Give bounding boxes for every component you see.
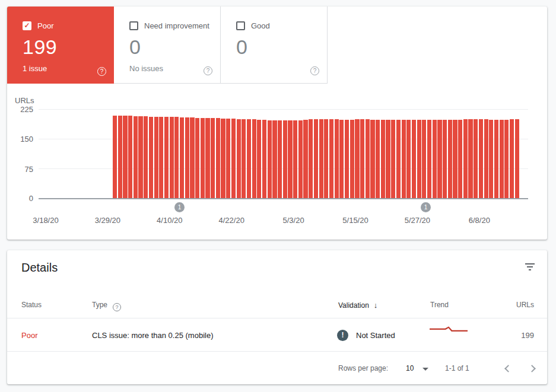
annotation-badge[interactable]: 1 — [174, 202, 185, 212]
chart-bar — [170, 117, 174, 198]
help-icon[interactable]: ? — [310, 66, 319, 75]
chart-bar — [437, 120, 441, 198]
poor-checkbox-checked-icon[interactable] — [23, 21, 31, 30]
row-url-count: 199 — [487, 331, 534, 340]
row-issue-type[interactable]: CLS issue: more than 0.25 (mobile) — [92, 331, 213, 340]
chart-bar — [360, 119, 364, 198]
chart-bar — [396, 120, 401, 198]
chart-bar — [427, 120, 431, 198]
chart-bar — [303, 120, 307, 198]
chart-bar — [335, 119, 339, 198]
good-checkbox-icon[interactable] — [236, 21, 245, 30]
help-icon[interactable]: ? — [204, 66, 212, 75]
x-tick-label: 6/8/20 — [455, 216, 504, 225]
chart-bar — [288, 120, 292, 198]
x-tick-label: 3/18/20 — [21, 216, 71, 225]
chart-bar — [448, 120, 452, 198]
chart-bar — [319, 119, 323, 198]
chart-bar — [298, 120, 303, 198]
chart-bar — [293, 120, 297, 198]
chart-bar — [386, 120, 390, 198]
help-icon[interactable]: ? — [113, 303, 121, 311]
column-header-urls[interactable]: URLs — [487, 301, 534, 309]
chart-bar — [406, 120, 411, 198]
card-poor[interactable]: Poor 199 1 issue ? — [7, 7, 114, 84]
chart-bar — [159, 117, 163, 198]
x-tick-label: 5/3/20 — [269, 216, 319, 225]
column-header-trend[interactable]: Trend — [430, 301, 449, 309]
chart-bar — [355, 119, 359, 198]
chart-bar — [174, 117, 179, 198]
chart-bar — [474, 119, 478, 198]
column-header-status[interactable]: Status — [21, 301, 42, 309]
next-page-chevron-icon[interactable] — [528, 365, 536, 372]
chart-bar — [211, 118, 215, 198]
validation-header-label: Validation — [338, 301, 369, 310]
chart-bar — [504, 120, 509, 198]
x-tick-label: 3/29/20 — [82, 216, 132, 225]
divider — [7, 351, 547, 352]
rows-per-page-select[interactable]: 10 — [406, 364, 414, 372]
good-card-count: 0 — [236, 36, 319, 59]
chart-bar — [468, 119, 472, 198]
chart-bar — [128, 116, 132, 198]
filter-icon[interactable] — [525, 262, 535, 272]
chart-bar — [252, 119, 256, 198]
details-panel: Details Status Type? Validation↓ Trend U… — [7, 250, 547, 384]
help-icon[interactable]: ? — [97, 67, 106, 76]
x-axis-line — [39, 198, 528, 199]
chart-bar — [237, 119, 241, 198]
chart-bar — [278, 120, 282, 198]
chart-bar — [453, 120, 457, 198]
chart-bar — [417, 120, 421, 198]
chart-bar — [510, 119, 514, 198]
x-tick-label: 4/10/20 — [145, 216, 195, 225]
card-good[interactable]: Good 0 ? — [221, 7, 328, 84]
need-improvement-card-count: 0 — [129, 36, 212, 59]
x-tick-label: 5/27/20 — [392, 216, 442, 225]
good-card-label: Good — [251, 21, 270, 30]
core-web-vitals-panel: Poor 199 1 issue ? Need improvement 0 No… — [7, 7, 547, 240]
chart-bar — [268, 120, 272, 198]
poor-card-subtext: 1 issue — [23, 64, 106, 73]
poor-card-label: Poor — [37, 21, 53, 30]
card-need-improvement[interactable]: Need improvement 0 No issues ? — [114, 7, 221, 84]
need-improvement-checkbox-icon[interactable] — [129, 21, 138, 30]
chart-bar — [443, 120, 447, 198]
y-tick-0: 0 — [15, 194, 33, 203]
row-status: Poor — [21, 331, 37, 340]
x-tick-label: 4/22/20 — [206, 216, 256, 225]
chart-bar — [309, 119, 313, 198]
chart-bar — [370, 120, 374, 198]
x-tick-label: 5/15/20 — [331, 216, 380, 225]
chart-bar — [433, 120, 437, 198]
row-validation-status: Not Started — [356, 331, 395, 340]
need-improvement-card-subtext: No issues — [129, 64, 212, 73]
chart-bar — [422, 120, 426, 198]
chart-bar — [231, 119, 236, 198]
chart-bar — [221, 119, 225, 198]
chart-bar — [500, 120, 504, 198]
column-header-type[interactable]: Type? — [92, 301, 121, 311]
chart-bar — [201, 118, 205, 198]
column-header-validation[interactable]: Validation↓ — [338, 301, 377, 310]
chart-bar — [262, 120, 266, 198]
need-improvement-card-label: Need improvement — [144, 21, 209, 30]
y-tick-225: 225 — [15, 105, 33, 114]
chart-bar — [138, 116, 142, 198]
chart-bar — [185, 117, 189, 198]
annotation-badge[interactable]: 1 — [421, 202, 431, 212]
previous-page-chevron-icon[interactable] — [504, 365, 512, 372]
chart-bar — [180, 117, 184, 198]
sort-descending-icon: ↓ — [374, 301, 378, 310]
chart-bar — [366, 119, 370, 198]
chart-bar — [463, 119, 468, 198]
chart-bar — [515, 119, 519, 198]
y-tick-150: 150 — [15, 135, 33, 144]
dropdown-caret-icon[interactable] — [422, 368, 428, 371]
chart-bar — [391, 120, 395, 198]
bar-series — [113, 109, 519, 198]
rows-per-page-label: Rows per page: — [338, 364, 388, 372]
chart-bar — [154, 117, 158, 198]
chart-bar — [329, 119, 333, 198]
